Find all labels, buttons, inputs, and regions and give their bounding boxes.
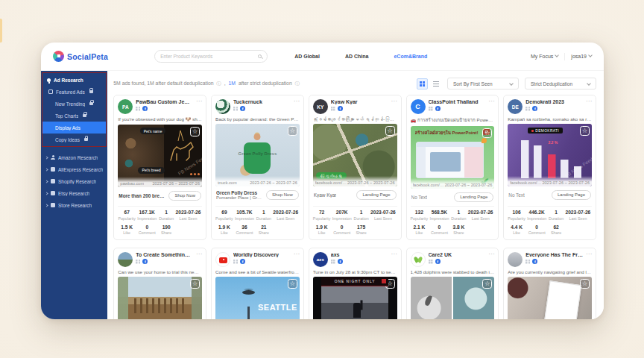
advertiser-avatar[interactable]: axs (313, 252, 328, 267)
ad-domain[interactable]: facebook.com/19... (315, 180, 347, 185)
deduplication-select[interactable]: Strict Deduplication (525, 78, 596, 90)
grid-view-button[interactable] (417, 78, 428, 90)
facebook-icon: f (435, 259, 441, 264)
sidebar-item-featured-ads[interactable]: Featured Ads (42, 86, 106, 98)
nav-ecom-brand[interactable]: eCom&Brand (394, 54, 427, 59)
ad-domain[interactable]: facebook.com/10... (510, 180, 542, 185)
ad-domain[interactable]: pawbau.com (120, 181, 144, 186)
favorite-star-icon[interactable]: ☆ (580, 126, 590, 136)
product-search-box[interactable] (154, 50, 268, 63)
ad-domain[interactable]: facebook.com/11... (413, 183, 445, 187)
sidebar-item-top-charts[interactable]: Top Charts (42, 110, 106, 122)
advertiser-avatar[interactable] (118, 252, 133, 267)
creative-subtitle: WASHINGTON (242, 318, 297, 319)
favorite-star-icon[interactable]: ☆ (190, 279, 200, 289)
my-focus-menu[interactable]: My Focus (531, 54, 558, 59)
advertiser-name[interactable]: ClassPoint Thailand (429, 99, 486, 104)
advertiser-name[interactable]: Demokrati 2023 (525, 99, 583, 104)
advertiser-name[interactable]: Kyaw Kyar (331, 99, 388, 104)
search-input[interactable] (160, 54, 258, 59)
advertiser-avatar[interactable] (215, 99, 230, 114)
advertiser-name[interactable]: Worldly Discovery (233, 252, 291, 257)
advertiser-name[interactable]: Tuckernuck (233, 99, 291, 104)
favorite-star-icon[interactable]: ☆ (288, 126, 297, 136)
ad-creative[interactable]: DEMOKRATI 2.2 % FB News Feed ☆ facebook.… (508, 124, 592, 186)
ad-creative[interactable]: ☆ (411, 277, 495, 319)
more-button[interactable]: ⋯ (391, 252, 397, 257)
lightbulb-icon (47, 78, 51, 82)
favorite-star-icon[interactable]: ☆ (288, 279, 297, 289)
ad-headline: Green Polly Dress (216, 190, 263, 195)
sidebar-item-aliexpress-research[interactable]: AliExpress Research (41, 163, 107, 175)
advertiser-avatar[interactable] (411, 252, 426, 267)
sidebar-item-etsy-research[interactable]: Etsy Research (41, 187, 107, 199)
facebook-icon: f (142, 106, 148, 111)
cta-button[interactable]: Landing Page (552, 190, 591, 200)
advertiser-info: ClassPoint Thailand f (429, 99, 486, 111)
advertiser-name[interactable]: PawBau Custom Jewelry (136, 99, 193, 104)
info-icon[interactable]: ⓘ (216, 81, 221, 86)
stat-like: 1.5 KLike (118, 224, 136, 236)
advertiser-name[interactable]: Care2 UK (429, 252, 486, 257)
advertiser-avatar[interactable] (508, 252, 523, 267)
ad-creative[interactable]: ☆ (118, 277, 202, 319)
advertiser-name[interactable]: axs (331, 252, 388, 257)
advertiser-avatar[interactable] (215, 252, 230, 267)
cta-button[interactable]: Shop Now (168, 191, 201, 201)
cta-button[interactable]: Landing Page (454, 192, 493, 202)
more-button[interactable]: ⋯ (586, 99, 592, 104)
sidebar-item-copy-ideas[interactable]: Copy Ideas (42, 134, 106, 145)
list-view-button[interactable] (430, 78, 441, 90)
sidebar-item-new-trending[interactable]: New Trending (42, 98, 106, 110)
advertiser-avatar[interactable]: C (411, 99, 426, 114)
cta-button[interactable]: Landing Page (356, 190, 396, 200)
sort-by-select[interactable]: Sort By First Seen (447, 78, 519, 90)
cta-row: Kyaw Kyar Landing Page (314, 189, 397, 200)
ad-creative[interactable]: สร้างสไลด์สวยๆใน PowerPoint! P ✔ ☆ faceb… (411, 126, 495, 189)
favorite-star-icon[interactable]: ☆ (482, 128, 492, 138)
info-icon[interactable]: ⓘ (295, 81, 300, 86)
account-menu[interactable]: josa19 (571, 54, 592, 59)
sidebar-item-ad-research[interactable]: Ad Research (42, 74, 106, 86)
advertiser-name[interactable]: To Create Something Exceptio... (136, 252, 193, 257)
sidebar-item-display-ads[interactable]: Display Ads (42, 122, 106, 134)
advertiser-avatar[interactable]: DE (508, 99, 523, 114)
ad-date-range: 2023-07-26 ~ 2023-07-26 (250, 180, 297, 185)
toolbar-controls: Sort By First Seen Strict Deduplication (417, 78, 596, 90)
advertiser-name[interactable]: Everyone Has The Freedom To... (525, 252, 583, 257)
nav-ad-china[interactable]: AD China (345, 54, 369, 59)
ad-creative[interactable]: Green Polly Dress ☆ tnuck.com 2023-07-26… (215, 124, 300, 186)
more-button[interactable]: ⋯ (391, 99, 397, 104)
more-button[interactable]: ⋯ (196, 252, 202, 257)
socialpeta-logo[interactable]: SocialPeta (53, 51, 108, 62)
favorite-star-icon[interactable]: ☆ (482, 279, 492, 289)
more-button[interactable]: ⋯ (488, 252, 494, 257)
more-button[interactable]: ⋯ (196, 99, 202, 104)
more-button[interactable]: ⋯ (586, 252, 592, 257)
ad-creative[interactable]: ONE NIGHT ONLY ☆ (313, 277, 397, 319)
channel-icons: f (136, 259, 193, 264)
ad-creative[interactable]: ☆ (508, 277, 592, 319)
ad-creative[interactable]: မြေကွက်နေရာ ☆ facebook.com/19... 2023-07… (313, 124, 397, 186)
favorite-star-icon[interactable]: ☆ (385, 126, 395, 136)
favorite-star-icon[interactable]: ☆ (580, 279, 590, 289)
more-button[interactable]: ⋯ (294, 99, 300, 104)
search-icon[interactable] (258, 54, 262, 58)
chevron-right-icon (45, 192, 48, 195)
sidebar-item-store-research[interactable]: Store Research (41, 199, 107, 211)
lock-icon (89, 90, 93, 93)
stat-duration: 1Duration (548, 210, 564, 221)
ad-domain[interactable]: tnuck.com (218, 180, 237, 185)
more-button[interactable]: ⋯ (488, 99, 494, 104)
nav-ad-global[interactable]: AD Global (294, 54, 320, 59)
ad-creative[interactable]: Pet's name Pet's breed FB News Feed ☆ pa… (118, 125, 202, 187)
strict-dedup-count-link[interactable]: 1M (229, 81, 236, 86)
favorite-star-icon[interactable]: ☆ (190, 127, 200, 136)
advertiser-avatar[interactable]: KY (313, 99, 328, 114)
sidebar-item-shopify-research[interactable]: Shopify Research (41, 175, 107, 187)
cta-button[interactable]: Shop Now (266, 190, 299, 200)
advertiser-avatar[interactable]: PA (118, 99, 133, 114)
ad-creative[interactable]: SEATTLE WASHINGTON ☆ (215, 277, 300, 319)
more-button[interactable]: ⋯ (294, 252, 300, 257)
sidebar-item-amazon-research[interactable]: Amazon Research (41, 151, 107, 163)
